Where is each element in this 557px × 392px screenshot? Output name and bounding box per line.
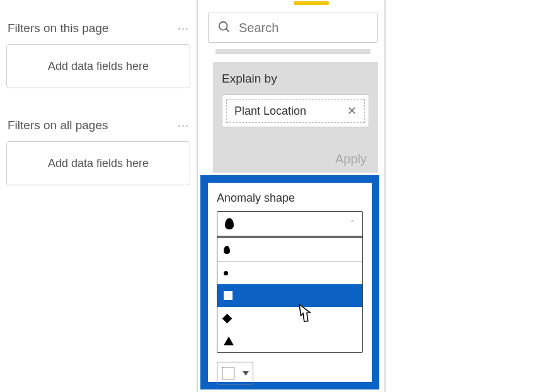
explain-by-block: Explain by Plant Location ✕ Apply xyxy=(213,62,378,173)
shape-option-drop[interactable] xyxy=(217,238,362,262)
filters-all-more-icon[interactable]: ··· xyxy=(178,119,189,132)
search-box[interactable] xyxy=(208,13,378,43)
explain-by-chip-label: Plant Location xyxy=(234,105,306,118)
anomaly-shape-select[interactable]: ˄ xyxy=(217,211,363,353)
remove-chip-icon[interactable]: ✕ xyxy=(347,104,357,118)
anomaly-shape-selected-head[interactable]: ˄ xyxy=(217,212,362,238)
color-swatch xyxy=(222,367,234,379)
filters-all-header: Filters on all pages xyxy=(8,118,108,132)
drop-icon xyxy=(225,218,234,229)
search-icon xyxy=(217,20,231,36)
anomaly-shape-options xyxy=(217,238,362,352)
active-tab-underline xyxy=(294,1,329,5)
svg-point-0 xyxy=(219,21,227,30)
dot-icon xyxy=(224,271,228,275)
svg-line-1 xyxy=(226,28,229,32)
triangle-icon xyxy=(224,337,234,345)
visualizations-panel: Explain by Plant Location ✕ Apply Anomal… xyxy=(199,0,386,392)
filters-page-dropwell[interactable]: Add data fields here xyxy=(6,44,190,88)
drop-icon xyxy=(224,246,230,254)
explain-by-field-well[interactable]: Plant Location ✕ xyxy=(222,95,369,127)
explain-by-title: Explain by xyxy=(222,72,369,86)
filters-page-header-row: Filters on this page ··· xyxy=(8,21,189,35)
chevron-down-icon xyxy=(243,371,249,376)
filters-all-placeholder: Add data fields here xyxy=(48,157,149,170)
filters-all-dropwell[interactable]: Add data fields here xyxy=(6,141,190,185)
filters-page-more-icon[interactable]: ··· xyxy=(178,22,189,35)
shape-option-triangle[interactable] xyxy=(217,330,362,352)
square-icon xyxy=(224,291,233,300)
shape-option-square[interactable] xyxy=(217,284,362,307)
filters-all-header-row: Filters on all pages ··· xyxy=(8,118,189,132)
filters-page-placeholder: Add data fields here xyxy=(48,60,149,73)
filters-page-header: Filters on this page xyxy=(8,21,109,35)
anomaly-shape-title: Anomaly shape xyxy=(217,192,363,205)
anomaly-shape-highlight: Anomaly shape ˄ xyxy=(200,175,379,389)
filters-panel: Filters on this page ··· Add data fields… xyxy=(0,0,198,392)
search-input[interactable] xyxy=(238,20,360,36)
diamond-icon xyxy=(222,313,233,323)
shape-option-dot[interactable] xyxy=(217,262,362,284)
panel-strip xyxy=(215,49,370,54)
shape-option-diamond[interactable] xyxy=(217,307,362,330)
apply-button[interactable]: Apply xyxy=(335,152,367,166)
chevron-up-icon: ˄ xyxy=(350,219,355,229)
anomaly-color-picker[interactable] xyxy=(217,362,253,384)
